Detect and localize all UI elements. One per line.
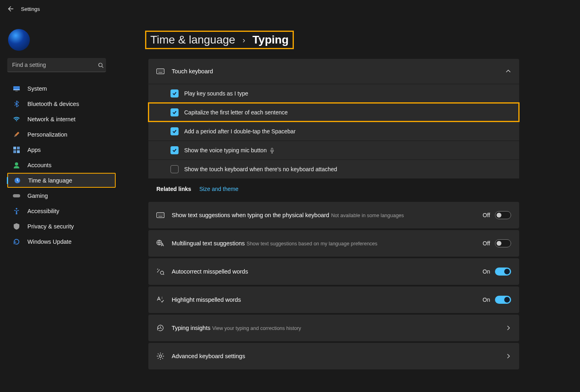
checkbox-label: Play key sounds as I type <box>184 90 248 97</box>
sidebar-item-network[interactable]: Network & internet <box>7 112 116 127</box>
sidebar-item-label: Privacy & security <box>27 223 74 230</box>
checkbox-label: Show the touch keyboard when there's no … <box>184 166 337 172</box>
keyboard-icon <box>156 68 164 74</box>
main-content: Time & language › Typing Touch keyboard … <box>123 18 580 379</box>
chevron-up-icon <box>505 68 511 74</box>
toggle-switch[interactable] <box>495 268 511 276</box>
sidebar-item-bluetooth[interactable]: Bluetooth & devices <box>7 96 116 111</box>
avatar[interactable] <box>8 29 30 51</box>
globe-clock-icon <box>14 177 21 184</box>
system-icon <box>13 85 20 92</box>
sidebar-item-system[interactable]: System <box>7 81 116 96</box>
app-title: Settings <box>21 6 40 12</box>
search-input[interactable] <box>7 58 106 72</box>
toggle-physical-keyboard-suggestions: Show text suggestions when typing on the… <box>148 202 519 228</box>
related-links-label: Related links <box>156 186 191 192</box>
svg-point-16 <box>160 271 164 274</box>
sidebar: System Bluetooth & devices Network & int… <box>0 18 123 379</box>
paintbrush-icon <box>13 131 20 138</box>
toggle-state-label: On <box>482 268 490 275</box>
checkbox-label: Capitalize the first letter of each sent… <box>184 109 288 116</box>
toggle-title: Show text suggestions when typing on the… <box>172 212 329 218</box>
gear-icon <box>156 352 164 360</box>
sidebar-nav: System Bluetooth & devices Network & int… <box>7 81 116 249</box>
sidebar-item-label: Personalization <box>27 131 67 138</box>
check-show-touch-keyboard[interactable]: Show the touch keyboard when there's no … <box>148 160 519 178</box>
row-sub: View your typing and corrections history <box>212 326 301 331</box>
row-title: Typing insights <box>172 325 210 331</box>
toggle-title: Autocorrect misspelled words <box>172 268 248 275</box>
toggle-autocorrect: Autocorrect misspelled words On <box>148 258 519 285</box>
person-icon <box>13 162 20 169</box>
checkbox-icon[interactable] <box>170 146 179 154</box>
sidebar-item-label: Accessibility <box>27 208 59 214</box>
svg-point-8 <box>15 162 18 166</box>
toggle-multilingual-suggestions: Multilingual text suggestions Show text … <box>148 230 519 257</box>
apps-icon <box>13 146 20 153</box>
checkbox-icon[interactable] <box>170 165 179 173</box>
svg-rect-13 <box>271 148 273 151</box>
sidebar-item-accessibility[interactable]: Accessibility <box>7 203 116 218</box>
breadcrumb-parent[interactable]: Time & language <box>150 33 235 46</box>
autocorrect-icon <box>156 268 164 275</box>
check-capitalize-first-letter[interactable]: Capitalize the first letter of each sent… <box>148 103 519 122</box>
toggle-state-label: Off <box>483 212 490 218</box>
svg-rect-2 <box>13 89 20 90</box>
toggle-state-label: Off <box>483 240 490 247</box>
chevron-right-icon <box>505 353 511 359</box>
check-add-period[interactable]: Add a period after I double-tap the Spac… <box>148 122 519 141</box>
toggle-title: Multilingual text suggestions <box>172 240 245 247</box>
svg-point-11 <box>16 208 17 209</box>
checkbox-label: Add a period after I double-tap the Spac… <box>184 128 295 135</box>
language-icon <box>156 240 164 247</box>
related-links-row: Related links Size and theme <box>148 180 519 202</box>
sidebar-item-label: Windows Update <box>27 239 72 245</box>
sidebar-item-gaming[interactable]: Gaming <box>7 188 116 203</box>
sidebar-item-accounts[interactable]: Accounts <box>7 158 116 172</box>
toggle-switch[interactable] <box>495 239 511 247</box>
checkbox-icon[interactable] <box>170 127 179 135</box>
typing-insights-row[interactable]: Typing insights View your typing and cor… <box>148 315 519 341</box>
sidebar-item-personalization[interactable]: Personalization <box>7 127 116 142</box>
toggle-sub: Show text suggestions based on my langua… <box>247 241 378 247</box>
sidebar-item-windows-update[interactable]: Windows Update <box>7 234 116 249</box>
svg-rect-7 <box>17 150 20 153</box>
svg-rect-6 <box>13 150 16 153</box>
sidebar-item-apps[interactable]: Apps <box>7 142 116 157</box>
checkbox-icon[interactable] <box>170 108 179 116</box>
sidebar-item-time-language[interactable]: Time & language <box>7 173 116 188</box>
shield-icon <box>13 223 20 230</box>
sidebar-item-privacy[interactable]: Privacy & security <box>7 219 116 234</box>
row-title: Advanced keyboard settings <box>172 353 245 359</box>
microphone-icon <box>270 148 274 153</box>
toggle-state-label: On <box>482 297 490 303</box>
check-play-key-sounds[interactable]: Play key sounds as I type <box>148 84 519 103</box>
sidebar-item-label: Network & internet <box>27 116 75 122</box>
toggle-switch[interactable] <box>495 296 511 304</box>
titlebar: Settings <box>0 0 580 18</box>
update-icon <box>13 238 20 245</box>
toggle-sub: Not available in some languages <box>331 213 404 218</box>
advanced-keyboard-settings-row[interactable]: Advanced keyboard settings <box>148 343 519 369</box>
breadcrumb: Time & language › Typing <box>145 31 294 49</box>
sidebar-item-label: Accounts <box>27 162 52 168</box>
back-icon[interactable] <box>7 6 14 12</box>
touch-keyboard-header[interactable]: Touch keyboard <box>148 59 519 84</box>
wifi-icon <box>13 116 20 123</box>
checkbox-icon[interactable] <box>170 89 179 97</box>
sidebar-item-label: Time & language <box>28 177 72 184</box>
history-icon <box>156 324 164 332</box>
keyboard-icon <box>156 212 164 218</box>
svg-rect-10 <box>13 194 20 197</box>
accessibility-icon <box>13 207 20 215</box>
toggle-switch[interactable] <box>495 211 511 219</box>
sidebar-item-label: Bluetooth & devices <box>27 101 79 107</box>
check-voice-typing-mic[interactable]: Show the voice typing mic button <box>148 141 519 160</box>
chevron-right-icon: › <box>243 35 245 45</box>
sidebar-item-label: System <box>27 85 47 92</box>
bluetooth-icon <box>13 100 20 108</box>
sidebar-item-label: Apps <box>27 147 41 153</box>
size-and-theme-link[interactable]: Size and theme <box>199 186 238 192</box>
sidebar-item-label: Gaming <box>27 193 48 199</box>
chevron-right-icon <box>505 325 511 331</box>
